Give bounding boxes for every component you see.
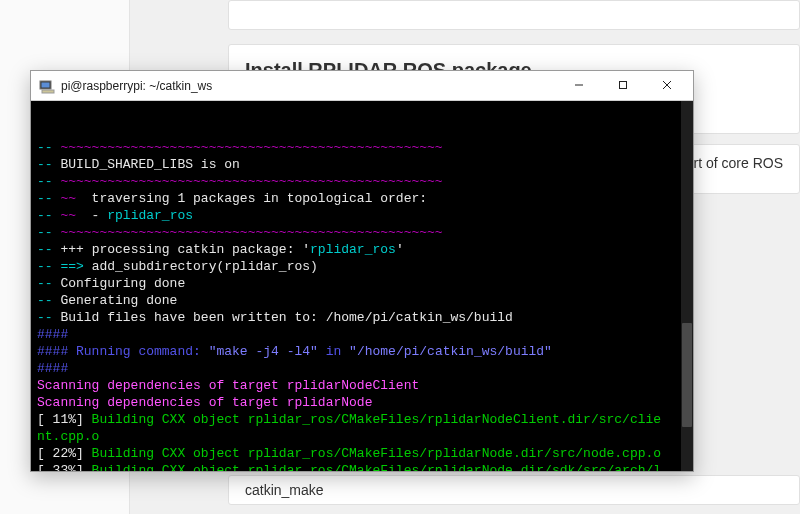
- minimize-button[interactable]: [557, 72, 601, 100]
- terminal-line: ####: [37, 326, 687, 343]
- bg-panel-top: [228, 0, 800, 30]
- terminal-line: Scanning dependencies of target rplidarN…: [37, 377, 687, 394]
- terminal-line: -- ~~~~~~~~~~~~~~~~~~~~~~~~~~~~~~~~~~~~~…: [37, 173, 687, 190]
- window-titlebar[interactable]: pi@raspberrypi: ~/catkin_ws: [31, 71, 693, 101]
- terminal-line: -- ~~~~~~~~~~~~~~~~~~~~~~~~~~~~~~~~~~~~~…: [37, 224, 687, 241]
- svg-rect-2: [42, 82, 50, 87]
- maximize-button[interactable]: [601, 72, 645, 100]
- terminal-line: ####: [37, 360, 687, 377]
- terminal-line: -- Build files have been written to: /ho…: [37, 309, 687, 326]
- svg-rect-4: [620, 81, 627, 88]
- terminal-line: -- ~~~~~~~~~~~~~~~~~~~~~~~~~~~~~~~~~~~~~…: [37, 139, 687, 156]
- terminal-line: -- BUILD_SHARED_LIBS is on: [37, 156, 687, 173]
- terminal-line: -- +++ processing catkin package: 'rplid…: [37, 241, 687, 258]
- terminal-line: [ 33%] Building CXX object rplidar_ros/C…: [37, 462, 687, 471]
- putty-icon: [39, 78, 55, 94]
- terminal-line: #### Running command: "make -j4 -l4" in …: [37, 343, 687, 360]
- svg-rect-1: [42, 90, 54, 93]
- maximize-icon: [618, 79, 628, 93]
- bottom-command: catkin_make: [245, 482, 324, 498]
- terminal-line: -- ~~ traversing 1 packages in topologic…: [37, 190, 687, 207]
- scrollbar-thumb[interactable]: [682, 323, 692, 427]
- terminal-line: Scanning dependencies of target rplidarN…: [37, 394, 687, 411]
- terminal-window: pi@raspberrypi: ~/catkin_ws -- ~~~~~~~~~…: [30, 70, 694, 472]
- terminal-line: [ 22%] Building CXX object rplidar_ros/C…: [37, 445, 687, 462]
- terminal-line: [ 11%] Building CXX object rplidar_ros/C…: [37, 411, 687, 428]
- terminal-line: -- ==> add_subdirectory(rplidar_ros): [37, 258, 687, 275]
- terminal-line: -- Configuring done: [37, 275, 687, 292]
- terminal-line: -- ~~ - rplidar_ros: [37, 207, 687, 224]
- close-icon: [662, 79, 672, 93]
- close-button[interactable]: [645, 72, 689, 100]
- terminal-scrollbar[interactable]: [681, 101, 693, 471]
- terminal-line: nt.cpp.o: [37, 428, 687, 445]
- window-title: pi@raspberrypi: ~/catkin_ws: [61, 79, 557, 93]
- terminal-line: -- Generating done: [37, 292, 687, 309]
- minimize-icon: [574, 79, 584, 93]
- terminal-content[interactable]: -- ~~~~~~~~~~~~~~~~~~~~~~~~~~~~~~~~~~~~~…: [31, 101, 693, 471]
- bg-panel-bottom: catkin_make: [228, 475, 800, 505]
- window-controls: [557, 72, 689, 100]
